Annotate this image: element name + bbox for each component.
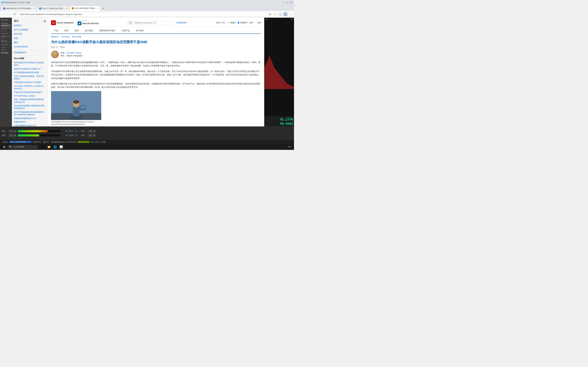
svg-rect-52 [292,86,292,89]
login-button[interactable]: 登录 [250,21,253,24]
login-label: 登录 [250,22,253,24]
sidebar-blog-3[interactable]: 5G无线网络的速度和安全程度 [12,71,47,74]
author-name-link[interactable]: Christine Young [67,52,81,54]
sidebar-blog-9[interactable]: 快速、高精度电动管理系统帮助更安全的电动汽车 [12,98,47,104]
taskbar-item-2[interactable]: 📁 [46,145,52,149]
app-left-perf[interactable]: Use High Performance [0,39,12,43]
app-left-40khz[interactable]: - 40 kHz [0,49,12,51]
maximize-button[interactable]: ◻ [286,1,289,4]
refresh-button[interactable]: ↻ [12,12,17,17]
nav-item-design[interactable]: 设计资源 [82,28,96,33]
status-input-device: Analog Balanced 2 Ch, 200 kohm [50,141,78,143]
cart-button[interactable]: 🛒 购物车 [227,21,236,24]
ch1-select[interactable]: Ch1 [8,130,17,133]
app-left-settings[interactable]: Feedback Balanced ▾ [0,22,12,27]
app-left-10hz[interactable]: - 10 Hz [0,46,12,48]
sidebar-link-tools[interactable]: 设计工具和模型 [12,28,47,32]
sidebar-blog-7[interactable]: 平衡高压汽车电源应用的功耗需求 [12,91,47,94]
taskbar-items: 🖥 📁 🌐 📊 [40,145,64,149]
register-button[interactable]: 注册 [257,21,261,24]
sidebar-blog-10[interactable]: MAXIM应程调调窗方案帮助简化车载音响系统设计 [12,104,47,110]
minimize-button[interactable]: ─ [282,1,285,4]
ch1-right-select[interactable]: Ch1 [87,130,96,133]
param-search-btn[interactable]: ⊞ 参数搜索 ▾ [176,21,187,24]
svg-rect-28 [276,69,276,89]
browser-window: 🌐 Measurements - Project - Help ─ ◻ ✕ 频谱… [0,0,294,150]
tab-1[interactable]: 频谱音频分析仪 APx555B 测量系... ✕ [1,6,37,11]
nav-item-order[interactable]: 订购产品 [118,28,133,33]
address-bar[interactable]: https://www.maximintegrated.com/cn/desig… [18,12,267,17]
taskbar-item-1[interactable]: 🖥 [40,145,46,149]
close-button[interactable]: ✕ [290,1,293,4]
new-tab-button[interactable]: + [101,6,106,11]
sidebar-blog-2[interactable]: 低噪声单台监测仪可以创造什么？ [12,67,47,71]
app-left-acoustic[interactable]: Acoustic [0,51,12,54]
sidebar-blog-4[interactable]: 这些工业通信IC是老朋友，但有充分的理由 [12,75,47,81]
forward-button[interactable]: → [7,12,12,17]
svg-rect-15 [267,62,267,89]
sidebar-blog-14[interactable]: 小型可穿戴医疗议设计平台 [12,124,47,126]
tab-3[interactable]: 为什么动态范围优于信噪比 ✕ [70,6,101,11]
back-button[interactable]: ← [1,12,6,17]
tab1-close-icon[interactable]: ✕ [34,7,35,9]
app-left-calibrate[interactable]: Calibrate from TEDS... [0,35,12,39]
ch2-right-label: Ch2 [81,134,86,137]
lang-switch[interactable]: 简体 / 日文 [216,21,225,24]
svg-rect-22 [271,61,272,89]
nav-icon-account[interactable]: ⊕ [268,12,272,17]
start-button[interactable]: ⊞ [1,145,7,149]
taskbar-item-3[interactable]: 🌐 [52,145,58,149]
sidebar-link-competitive[interactable]: 竞品换购询问 [12,50,47,55]
svg-rect-10 [80,106,86,109]
window-controls: ─ ◻ ✕ [282,1,293,4]
right-waveform-panel: 3k 5k [264,18,294,126]
sidebar-blog-13[interactable]: 想避免假冒吗？ [12,120,47,124]
ch1-label: Ch1 [2,130,7,132]
sidebar-blog-11[interactable]: 使用可穿戴设备和患者生成的数据向基于价值的医疗保健迈进 [12,110,47,117]
tab-2[interactable]: 更多关于 信噪比和动态范围 -... ✕ [37,6,69,11]
sidebar-blog-12[interactable]: 更智能的病健康屏设计方式 [12,117,47,120]
nav-icon-star[interactable]: ☆ [273,12,277,17]
breadcrumb-blog[interactable]: Maxim博客 [72,36,81,38]
app-left-item-dither[interactable]: able Dither [0,18,12,22]
main-area: able Dither Feedback Balanced ▾ ☑samples… [0,18,294,126]
mode-select[interactable]: Balanced ▾ [1,25,11,27]
nav-item-support[interactable]: 支持 [71,28,82,33]
ch2-select[interactable]: Ch2 [8,134,17,137]
sidebar-link-docs[interactable]: 技术文档 [12,32,47,36]
tab3-close-icon[interactable]: ✕ [97,7,99,9]
author-info: 作者：Christine Young 博主，Maxim Integrated [61,51,83,57]
article-date: 五月 17，2018 [51,46,261,49]
breadcrumb-home[interactable]: 溯信首页 [51,36,59,38]
app-left-bspl[interactable]: Set dBSPL... [0,33,12,35]
nav-item-about[interactable]: 关于我们 [133,28,147,33]
nav-icon-profile[interactable]: A [283,12,287,17]
nav-item-quality[interactable]: 质量保证和可靠性 [96,28,118,33]
tab2-close-icon[interactable]: ✕ [66,7,68,9]
svg-rect-35 [280,75,281,89]
search-input[interactable] [133,21,175,25]
account-button[interactable]: 👤 我的帐号 [237,21,248,24]
breadcrumb-design[interactable]: 设计资源 [61,36,69,38]
nav-item-apps[interactable]: 应用 [61,28,71,33]
sidebar-link-collab[interactable]: 合作伙伴及技术 [12,45,47,49]
sidebar-link-pkg[interactable]: 封装 [12,36,47,41]
sidebar-blog-6[interactable]: 为什么嵌入式系统设计人员应该关心OpenSSL [12,84,47,91]
sidebar-blog-8[interactable]: PUF 技术可防止入侵攻击 [12,94,47,98]
sidebar-link-ref-design[interactable]: 参考设计 [12,24,47,28]
nav-icon-extension[interactable]: ◫ [278,12,282,17]
svg-rect-50 [290,85,291,89]
taskbar-item-4[interactable]: 📊 [59,145,64,149]
status-level: 110.0 mVrms [78,141,90,143]
sidebar-blog-5[interactable]: 为您的朋友节准备的DIY工程项目 [12,81,47,84]
app-left-range[interactable]: Input Range... [0,43,12,46]
taskbar-search[interactable]: 🔍 入入进行搜索 [8,145,38,149]
sidebar-blog-1[interactable]: 超导电路器可以代替电动汽车备用电源吗？ [12,61,47,67]
ch2-right-select[interactable]: Ch2 [87,134,96,137]
analog-logo-block: NOW PART OF ANALOG DEVICES [76,20,99,25]
svg-rect-16 [267,60,268,89]
nav-item-products[interactable]: 产品 [51,28,61,33]
nav-icon-menu[interactable]: ⋯ [288,12,293,17]
sidebar-link-overview[interactable]: 概览 [12,41,47,45]
sidebar-collapse-icon[interactable]: ◀ [43,20,45,22]
